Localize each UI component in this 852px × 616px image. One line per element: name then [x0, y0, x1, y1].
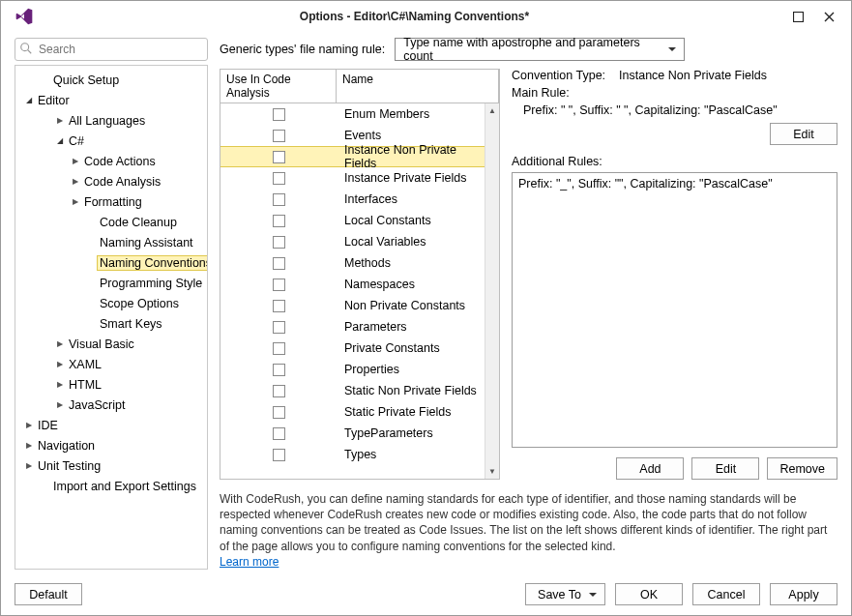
tree-expand-icon[interactable] — [70, 196, 81, 208]
use-in-analysis-checkbox[interactable] — [273, 108, 285, 121]
tree-item[interactable]: Scope Options — [15, 293, 207, 313]
search-input[interactable] — [15, 38, 208, 61]
generic-rule-dropdown[interactable]: Type name with apostrophe and parameters… — [395, 38, 685, 61]
tree-item[interactable]: Formatting — [15, 191, 207, 212]
tree-expand-icon[interactable] — [54, 359, 66, 370]
identifier-name: Local Variables — [337, 235, 485, 249]
use-in-analysis-checkbox[interactable] — [273, 215, 285, 227]
tree-item[interactable]: HTML — [15, 374, 207, 395]
svg-point-1 — [21, 44, 29, 51]
tree-expand-icon[interactable] — [23, 440, 35, 452]
tree-item[interactable]: Naming Conventions — [15, 252, 207, 273]
tree-expand-icon[interactable] — [23, 420, 35, 431]
tree-item[interactable]: C# — [15, 131, 207, 151]
additional-rule-item[interactable]: Prefix: "_", Suffix: "", Capitalizing: "… — [518, 177, 831, 191]
apply-button[interactable]: Apply — [770, 583, 837, 605]
tree-item[interactable]: Quick Setup — [15, 70, 207, 90]
use-in-analysis-checkbox[interactable] — [273, 130, 285, 142]
tree-expand-icon[interactable] — [54, 135, 66, 147]
scroll-up-icon[interactable]: ▲ — [485, 103, 499, 118]
maximize-button[interactable] — [789, 8, 807, 25]
table-row[interactable]: Local Constants — [220, 210, 485, 231]
use-in-analysis-checkbox[interactable] — [273, 364, 285, 376]
tree-expand-icon[interactable] — [70, 176, 81, 188]
tree-item[interactable]: Import and Export Settings — [15, 476, 207, 496]
table-row[interactable]: Interfaces — [220, 189, 485, 210]
table-row[interactable]: TypeParameters — [220, 423, 485, 444]
tree-label: HTML — [66, 377, 104, 393]
tree-item[interactable]: Code Cleanup — [15, 212, 207, 232]
window-title: Options - Editor\C#\Naming Conventions* — [40, 10, 789, 23]
options-tree[interactable]: Quick SetupEditorAll LanguagesC#Code Act… — [15, 65, 208, 570]
tree-item[interactable]: Naming Assistant — [15, 232, 207, 252]
use-in-analysis-checkbox[interactable] — [273, 321, 285, 334]
use-in-analysis-checkbox[interactable] — [273, 279, 285, 291]
tree-item[interactable]: JavaScript — [15, 395, 207, 415]
tree-item[interactable]: Visual Basic — [15, 334, 207, 354]
options-window: Options - Editor\C#\Naming Conventions* … — [0, 0, 852, 616]
remove-rule-button[interactable]: Remove — [767, 457, 837, 480]
tree-expand-icon[interactable] — [23, 95, 35, 106]
table-row[interactable]: Private Constants — [220, 337, 485, 359]
tree-expand-icon[interactable] — [54, 379, 66, 391]
table-row[interactable]: Parameters — [220, 316, 485, 337]
table-row[interactable]: Static Private Fields — [220, 401, 485, 423]
table-row[interactable]: Non Private Constants — [220, 295, 485, 316]
table-row[interactable]: Properties — [220, 359, 485, 380]
identifier-name: Types — [337, 448, 485, 461]
tree-item[interactable]: Navigation — [15, 435, 207, 455]
tree-item[interactable]: XAML — [15, 354, 207, 374]
tree-item[interactable]: Code Actions — [15, 151, 207, 171]
tree-item[interactable]: IDE — [15, 415, 207, 435]
col-use-in-analysis[interactable]: Use In Code Analysis — [220, 70, 337, 103]
table-row[interactable]: Local Variables — [220, 231, 485, 252]
tree-item[interactable]: All Languages — [15, 110, 207, 131]
tree-expand-icon[interactable] — [23, 460, 35, 472]
use-in-analysis-checkbox[interactable] — [273, 449, 285, 461]
tree-item[interactable]: Smart Keys — [15, 313, 207, 334]
use-in-analysis-checkbox[interactable] — [273, 342, 285, 355]
tree-expand-icon[interactable] — [54, 399, 66, 411]
col-name[interactable]: Name — [337, 70, 499, 103]
cancel-button[interactable]: Cancel — [692, 583, 760, 605]
tree-expand-icon[interactable] — [54, 115, 66, 127]
use-in-analysis-checkbox[interactable] — [273, 427, 285, 440]
table-row[interactable]: Enum Members — [220, 103, 485, 125]
edit-rule-button[interactable]: Edit — [691, 457, 759, 480]
learn-more-link[interactable]: Learn more — [220, 555, 279, 569]
use-in-analysis-checkbox[interactable] — [273, 236, 285, 249]
table-row[interactable]: Instance Non Private Fields — [220, 146, 485, 167]
main-rule-edit-button[interactable]: Edit — [770, 123, 837, 145]
add-rule-button[interactable]: Add — [616, 457, 684, 480]
ok-button[interactable]: OK — [615, 583, 683, 605]
tree-item[interactable]: Programming Style — [15, 273, 207, 293]
tree-expand-icon[interactable] — [70, 156, 81, 167]
use-in-analysis-checkbox[interactable] — [273, 300, 285, 312]
tree-expand-icon[interactable] — [54, 338, 66, 350]
table-row[interactable]: Instance Private Fields — [220, 167, 485, 189]
use-in-analysis-checkbox[interactable] — [273, 257, 285, 270]
table-row[interactable]: Namespaces — [220, 274, 485, 295]
use-in-analysis-checkbox[interactable] — [273, 151, 285, 163]
close-button[interactable] — [820, 8, 837, 25]
main-rule-label: Main Rule: — [512, 86, 837, 100]
table-row[interactable]: Types — [220, 444, 485, 465]
use-in-analysis-checkbox[interactable] — [273, 385, 285, 397]
scroll-down-icon[interactable]: ▼ — [485, 464, 499, 479]
tree-item[interactable]: Unit Testing — [15, 455, 207, 476]
default-button[interactable]: Default — [15, 583, 82, 605]
tree-item[interactable]: Code Analysis — [15, 171, 207, 191]
search-icon — [19, 42, 33, 55]
table-row[interactable]: Static Non Private Fields — [220, 380, 485, 401]
additional-rules-list[interactable]: Prefix: "_", Suffix: "", Capitalizing: "… — [512, 172, 837, 448]
tree-label: Navigation — [35, 438, 98, 454]
identifier-name: Methods — [337, 256, 485, 270]
tree-item[interactable]: Editor — [15, 90, 207, 110]
table-row[interactable]: Methods — [220, 252, 485, 274]
table-scrollbar[interactable]: ▲ ▼ — [485, 103, 499, 479]
use-in-analysis-checkbox[interactable] — [273, 172, 285, 185]
use-in-analysis-checkbox[interactable] — [273, 406, 285, 419]
tree-spacer — [85, 278, 97, 289]
save-to-button[interactable]: Save To — [525, 583, 605, 605]
use-in-analysis-checkbox[interactable] — [273, 193, 285, 206]
